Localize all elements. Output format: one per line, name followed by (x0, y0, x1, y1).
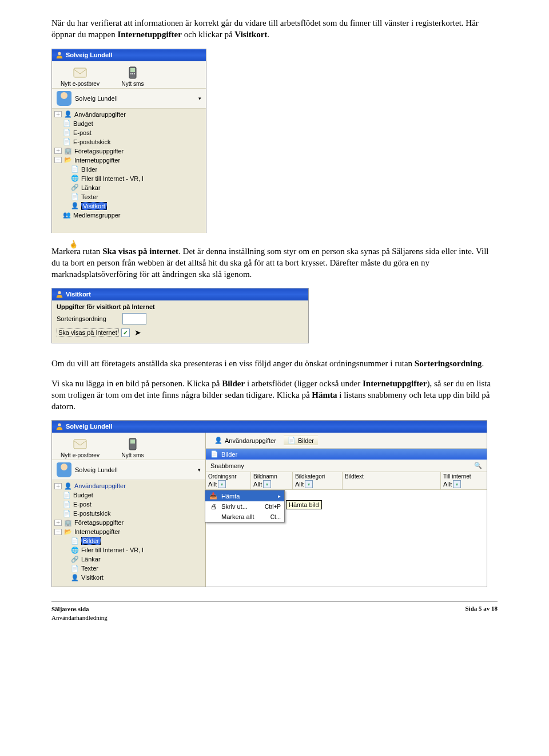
screenshot-register-card: Solveig Lundell Nytt e-postbrev Nytt sms… (51, 49, 206, 233)
tree-item-lankar[interactable]: 🔗Länkar (54, 555, 203, 564)
menu-item-hamta[interactable]: 📥 Hämta ▸ (205, 490, 284, 501)
text: . (267, 30, 269, 39)
tree-item-budget[interactable]: 📄Budget (54, 490, 203, 500)
tree-item-epost[interactable]: 📄E-post (54, 128, 204, 137)
label: Företagsuppgifter (74, 148, 124, 155)
col-bildnamn[interactable]: Bildnamn Allt▾ (251, 472, 293, 489)
text: och klickar på (182, 30, 234, 39)
tree-item-anvandaruppgifter[interactable]: +👤Användaruppgifter (54, 481, 203, 490)
toolbar: Nytt e-postbrev Nytt sms (52, 433, 205, 460)
tree-item-foretagsuppgifter[interactable]: +🏢Företagsuppgifter (54, 147, 204, 156)
breadcrumb-bilder[interactable]: 📄Bilder (284, 435, 318, 446)
expand-icon[interactable]: + (54, 111, 62, 117)
page-icon: 📄 (62, 492, 71, 499)
user-name: Solveig Lundell (75, 95, 195, 102)
tree-item-epostutskick[interactable]: 📄E-postutskick (54, 509, 203, 518)
shortcut: Ctrl+P (265, 504, 281, 510)
dropdown-icon[interactable]: ▾ (263, 480, 271, 488)
breadcrumb-user[interactable]: 👤Användaruppgifter (210, 435, 280, 446)
label: Texter (81, 565, 98, 572)
tree-item-budget[interactable]: 📄Budget (54, 119, 204, 128)
label: Företagsuppgifter (74, 519, 124, 526)
new-sms-button[interactable]: Nytt sms (113, 437, 153, 458)
person-icon (55, 422, 63, 430)
svg-rect-4 (130, 73, 132, 74)
col-tillinternet[interactable]: Till internet Allt▾ (441, 472, 487, 489)
window-title: Solveig Lundell (66, 423, 112, 430)
person-icon: 👤 (70, 202, 79, 209)
col-bildkategori[interactable]: Bildkategori Allt▾ (293, 472, 343, 489)
sorteringsordning-input[interactable] (122, 313, 146, 324)
page-icon: 📄 (70, 537, 79, 545)
paragraph: Markera rutan Ska visas på internet. Det… (51, 246, 498, 280)
col-bildtext[interactable]: Bildtext (343, 472, 441, 489)
tree-item-foretagsuppgifter[interactable]: +🏢Företagsuppgifter (54, 518, 203, 527)
dropdown-icon[interactable]: ▾ (453, 480, 461, 488)
label: Nytt e-postbrev (60, 81, 100, 87)
label: Visitkort (81, 202, 107, 210)
search-icon[interactable]: 🔍 (474, 462, 482, 469)
expand-icon[interactable]: + (54, 520, 62, 526)
dropdown-icon[interactable]: ▾ (218, 480, 226, 488)
page-icon: 📄 (70, 165, 79, 173)
expand-icon[interactable]: + (54, 483, 62, 489)
globe-icon: 🌐 (70, 175, 79, 182)
people-icon: 👥 (62, 211, 71, 219)
dropdown-icon[interactable]: ▾ (305, 480, 313, 488)
tree-view: +👤Användaruppgifter 📄Budget 📄E-post 📄E-p… (52, 109, 206, 233)
tree-item-epostutskick[interactable]: 📄E-postutskick (54, 137, 204, 147)
tree-item-visitkort[interactable]: 👤Visitkort (54, 573, 203, 582)
bold: Internetuppgifter (117, 30, 182, 39)
collapse-icon[interactable]: − (54, 157, 62, 163)
label: Budget (73, 120, 93, 127)
label: Till internet (443, 473, 484, 480)
tree-item-lankar[interactable]: 🔗Länkar (54, 183, 204, 192)
screenshot-bilder-list: Solveig Lundell Nytt e-postbrev Nytt sms (51, 420, 487, 587)
user-header-button[interactable]: Solveig Lundell ▾ (52, 460, 205, 480)
label: Bildtext (345, 473, 438, 480)
page-icon: 📄 (62, 129, 71, 136)
shortcut: Ct... (270, 514, 281, 520)
svg-point-8 (58, 423, 61, 426)
menu-item-skrivut[interactable]: 🖨 Skriv ut... Ctrl+P (205, 501, 284, 512)
expand-icon[interactable]: + (54, 148, 62, 154)
window-title: Visitkort (66, 291, 91, 298)
menu-item-markera-allt[interactable]: Markera allt Ct... (205, 512, 284, 522)
label: Bilder (81, 166, 97, 173)
new-email-button[interactable]: Nytt e-postbrev (60, 437, 100, 458)
col-ordningsnr[interactable]: Ordningsnr Allt▾ (206, 472, 251, 489)
label: Bilder (298, 437, 314, 444)
label: Användaruppgifter (225, 437, 276, 444)
label: Bildnamn (253, 473, 290, 480)
ska-visas-checkbox[interactable]: ✓ (121, 328, 130, 337)
tree-item-texter[interactable]: 📄Texter (54, 564, 203, 573)
tree-item-internetuppgifter[interactable]: −📂Internetuppgifter (54, 527, 203, 536)
collapse-icon[interactable]: − (54, 529, 62, 535)
tree-item-epost[interactable]: 📄E-post (54, 500, 203, 509)
folder-open-icon: 📂 (63, 528, 73, 536)
tree-item-texter[interactable]: 📄Texter (54, 192, 204, 201)
tree-item-anvandaruppgifter[interactable]: +👤Användaruppgifter (54, 110, 204, 119)
person-icon (55, 51, 63, 59)
new-sms-button[interactable]: Nytt sms (113, 66, 153, 87)
user-header-button[interactable]: Solveig Lundell ▾ (52, 89, 206, 109)
label: Nytt sms (113, 81, 153, 87)
page-icon: 📄 (62, 510, 71, 517)
snabbmeny-label[interactable]: Snabbmeny (210, 462, 474, 469)
paragraph: Om du vill att företagets anställda ska … (51, 358, 498, 369)
new-email-button[interactable]: Nytt e-postbrev (60, 66, 100, 87)
tree-item-bilder[interactable]: 📄Bilder (54, 165, 204, 174)
tree-item-filer[interactable]: 🌐Filer till Internet - VR, l (54, 174, 204, 183)
tree-item-medlemsgrupper[interactable]: 👥Medlemsgrupper (54, 211, 204, 220)
text: i arbetsflödet (ligger också under (245, 379, 363, 388)
left-panel: Nytt e-postbrev Nytt sms Solveig Lundell… (52, 433, 206, 587)
screenshot-visitkort-form: Visitkort Uppgifter för visitkort på Int… (51, 288, 309, 343)
page-icon: 📄 (70, 193, 79, 200)
tree-item-filer[interactable]: 🌐Filer till Internet - VR, l (54, 545, 203, 555)
chevron-down-icon: ▾ (198, 467, 201, 473)
snabbmeny-row: Snabbmeny 🔍 (206, 460, 487, 472)
tree-item-internetuppgifter[interactable]: −📂Internetuppgifter (54, 156, 204, 165)
page-number: Sida 5 av 18 (465, 605, 498, 622)
tree-item-bilder[interactable]: 📄Bilder (54, 536, 203, 545)
label: Användaruppgifter (74, 482, 126, 489)
